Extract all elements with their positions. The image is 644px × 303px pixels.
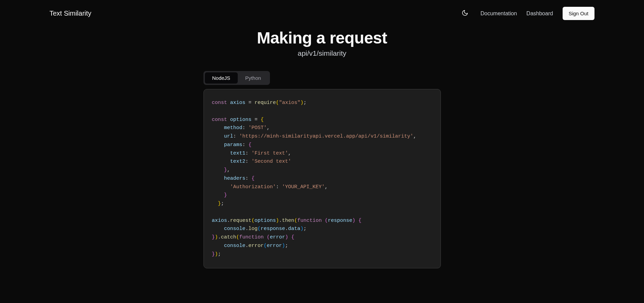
code-token: } [212, 251, 215, 257]
code-token: . [246, 243, 249, 249]
code-token: params [224, 142, 242, 148]
code-token: axios [230, 100, 246, 106]
code-token: function [297, 218, 322, 224]
code-token: 'First text' [252, 150, 288, 156]
code-token: error [267, 243, 282, 249]
code-token: ( [267, 234, 270, 240]
tab-nodejs[interactable]: NodeJS [205, 72, 238, 84]
code-token: ; [304, 100, 307, 106]
code-token: url [224, 133, 233, 139]
code-token: console [224, 243, 246, 249]
code-token: } [224, 167, 227, 173]
code-token: ) [285, 234, 288, 240]
code-token: 'Second text' [252, 159, 291, 164]
moon-icon [462, 10, 468, 17]
code-token: = [255, 117, 258, 123]
brand-link[interactable]: Text Similarity [50, 10, 91, 17]
nav-dashboard[interactable]: Dashboard [526, 11, 553, 17]
code-token: . [218, 234, 221, 240]
code-token: ) [215, 251, 218, 257]
code-token: , [413, 133, 416, 139]
code-token: 'https://minh-similarityapi.vercel.app/a… [239, 133, 413, 139]
code-token: { [249, 142, 252, 148]
code-token: . [246, 226, 249, 232]
code-token: text2 [230, 159, 246, 164]
code-token: ; [221, 201, 224, 207]
code-token: then [282, 218, 294, 224]
tab-python[interactable]: Python [238, 72, 269, 84]
code-token: require [255, 100, 276, 106]
code-token: 'YOUR_API_KEY' [282, 184, 325, 190]
code-token: method [224, 125, 242, 131]
main-container: Making a request api/v1/similarity NodeJ… [131, 29, 514, 268]
code-token: 'Authorization' [230, 184, 276, 190]
code-token: } [224, 192, 227, 198]
theme-toggle[interactable] [459, 7, 471, 20]
code-token: , [288, 150, 291, 156]
code-token: : [246, 176, 249, 181]
code-token: { [261, 117, 264, 123]
code-token: ; [304, 226, 307, 232]
code-token: data [288, 226, 300, 232]
code-token: . [279, 218, 282, 224]
nav-documentation[interactable]: Documentation [481, 11, 517, 17]
code-token: , [227, 167, 230, 173]
page-title: Making a request [137, 29, 507, 47]
code-token: request [230, 218, 252, 224]
code-token: : [242, 125, 246, 131]
code-token: function [239, 234, 264, 240]
code-token: ( [294, 218, 297, 224]
code-token: : [246, 159, 249, 164]
code-token: 'POST' [249, 125, 267, 131]
code-token: error [249, 243, 264, 249]
code-token: response [261, 226, 285, 232]
code-token: ( [325, 218, 328, 224]
code-token: } [212, 234, 215, 240]
code-token: . [227, 218, 230, 224]
code-token: { [252, 176, 255, 181]
code-token: , [325, 184, 328, 190]
code-token: ( [264, 243, 267, 249]
code-token: ( [258, 226, 261, 232]
code-token: { [291, 234, 294, 240]
code-token: ) [300, 100, 304, 106]
code-token: { [358, 218, 362, 224]
code-token: const [212, 117, 227, 123]
code-token: axios [212, 218, 227, 224]
code-token: text1 [230, 150, 246, 156]
content-wrap: NodeJS Python const axios = require("axi… [203, 57, 441, 268]
code-token: , [267, 125, 270, 131]
code-token: ; [218, 251, 221, 257]
navbar: Text Similarity Documentation Dashboard … [0, 0, 644, 27]
code-block: const axios = require("axios"); const op… [203, 89, 441, 268]
code-token: : [233, 133, 236, 139]
code-token: ( [236, 234, 239, 240]
code-token: options [255, 218, 276, 224]
code-token: = [249, 100, 252, 106]
code-token: ) [215, 234, 218, 240]
code-token: ) [276, 218, 279, 224]
code-token: ( [252, 218, 255, 224]
code-token: options [230, 117, 252, 123]
code-token: const [212, 100, 227, 106]
code-token: catch [221, 234, 236, 240]
language-tabs: NodeJS Python [203, 71, 270, 85]
code-token: headers [224, 176, 246, 181]
code-token: ) [282, 243, 285, 249]
code-token: ) [352, 218, 355, 224]
code-token: ; [285, 243, 288, 249]
code-token: : [276, 184, 279, 190]
nav-right: Documentation Dashboard Sign Out [459, 7, 594, 20]
code-token: "axios" [279, 100, 300, 106]
code-token: ( [276, 100, 279, 106]
code-token: ) [300, 226, 304, 232]
code-token: } [218, 201, 221, 207]
code-token: response [328, 218, 352, 224]
code-token: log [249, 226, 258, 232]
code-token: console [224, 226, 246, 232]
page-subtitle: api/v1/similarity [137, 49, 507, 57]
sign-out-button[interactable]: Sign Out [563, 7, 594, 20]
code-token: : [246, 150, 249, 156]
code-token: . [285, 226, 288, 232]
code-token: error [270, 234, 285, 240]
